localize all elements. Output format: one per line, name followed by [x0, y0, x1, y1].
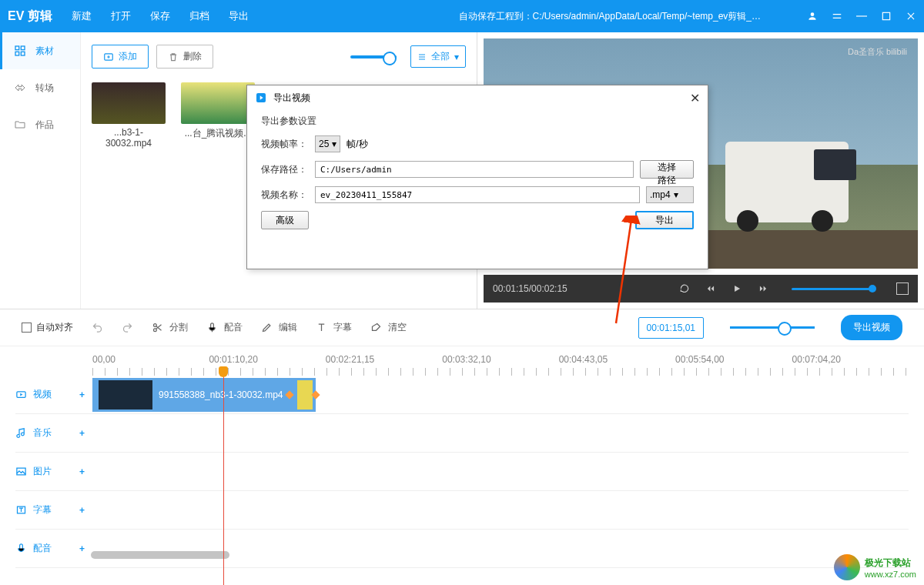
folder-icon [14, 119, 26, 131]
subtitle-track: 字幕+ [15, 491, 909, 530]
image-icon [15, 466, 27, 477]
clip-name: 991558388_nb3-1-30032.mp4 [159, 389, 283, 400]
playhead[interactable] [223, 368, 224, 585]
zoom-slider[interactable] [730, 326, 815, 329]
add-voice-track[interactable]: + [79, 543, 85, 554]
video-clip[interactable]: 991558388_nb3-1-30032.mp4 [92, 378, 316, 412]
edit-tool[interactable]: 编辑 [261, 321, 297, 334]
thumb-2-name: ...台_腾讯视频... [181, 127, 255, 140]
menu-export[interactable]: 导出 [229, 9, 249, 23]
svg-rect-6 [21, 52, 25, 55]
fps-unit: 帧/秒 [346, 138, 367, 151]
subtitle-tool[interactable]: 字幕 [316, 321, 352, 334]
media-thumb-1[interactable]: ...b3-1-30032.mp4 [92, 82, 166, 149]
fps-select[interactable]: 25▾ [315, 135, 340, 152]
auto-align-toggle[interactable]: 自动对齐 [22, 321, 73, 334]
user-icon[interactable] [807, 11, 818, 22]
preview-controls: 00:01:15/00:02:15 [484, 275, 918, 303]
subtitle-icon [15, 504, 27, 516]
redo-icon[interactable] [122, 322, 133, 333]
add-label: 添加 [119, 50, 137, 63]
pencil-icon [261, 322, 273, 333]
svg-rect-4 [21, 46, 25, 50]
time-ruler: 00,00 00:01:10,20 00:02:21,15 00:03:32,1… [15, 354, 909, 368]
settings-icon[interactable] [832, 11, 842, 22]
thumb-size-slider[interactable] [350, 55, 397, 58]
maximize-icon[interactable] [881, 11, 892, 22]
chevron-down-icon: ▾ [674, 189, 678, 200]
export-dialog: 导出视频 ✕ 导出参数设置 视频帧率： 25▾ 帧/秒 保存路径： 选择路径 视… [246, 85, 708, 269]
minimize-icon[interactable] [856, 11, 867, 22]
name-label: 视频名称： [261, 189, 309, 202]
menu-new[interactable]: 新建 [72, 9, 92, 23]
media-thumb-2[interactable]: ...台_腾讯视频... [181, 82, 255, 149]
current-timecode: 00:01:15,01 [638, 317, 704, 339]
chevron-down-icon: ▾ [454, 52, 459, 62]
loop-icon[interactable] [679, 283, 690, 294]
svg-rect-3 [15, 46, 19, 50]
side-tabs: 素材 转场 作品 [0, 32, 81, 309]
svg-rect-5 [15, 52, 19, 55]
svg-point-0 [811, 12, 815, 16]
filter-all-label: 全部 [431, 50, 450, 63]
align-label: 自动对齐 [36, 321, 73, 334]
timeline-toolbar: 自动对齐 分割 配音 编辑 字幕 清空 00:01:15,01 导出视频 [0, 309, 924, 346]
tab-works-label: 作品 [35, 119, 54, 132]
fps-label: 视频帧率： [261, 138, 309, 151]
prev-icon[interactable] [705, 283, 716, 294]
next-icon[interactable] [758, 283, 768, 294]
add-button[interactable]: 添加 [92, 45, 149, 69]
trash-icon [168, 52, 179, 62]
dub-tool[interactable]: 配音 [206, 321, 243, 334]
music-icon [15, 427, 27, 439]
clear-tool[interactable]: 清空 [370, 321, 407, 334]
choose-path-button[interactable]: 选择路径 [640, 160, 694, 179]
menu-save[interactable]: 保存 [150, 9, 170, 23]
video-track: 视频+ 991558388_nb3-1-30032.mp4 [15, 376, 909, 414]
text-icon [316, 322, 327, 333]
name-input[interactable] [315, 186, 640, 203]
delete-button[interactable]: 删除 [156, 45, 213, 69]
add-icon [103, 52, 114, 62]
filter-all[interactable]: 全部 ▾ [410, 45, 466, 68]
export-video-button[interactable]: 导出视频 [841, 315, 902, 340]
split-tool[interactable]: 分割 [152, 321, 188, 334]
timeline: 00,00 00:01:10,20 00:02:21,15 00:03:32,1… [0, 346, 924, 568]
play-icon[interactable] [732, 283, 742, 294]
path-input[interactable] [315, 161, 634, 178]
broom-icon [370, 322, 382, 333]
add-image-track[interactable]: + [79, 466, 85, 477]
mic-icon [206, 322, 218, 333]
thumb-1-name: ...b3-1-30032.mp4 [92, 127, 166, 149]
site-watermark: 极光下载站 www.xz7.com [834, 554, 916, 580]
preview-time: 00:01:15/00:02:15 [493, 283, 567, 294]
tab-transition[interactable]: 转场 [0, 69, 80, 106]
undo-icon[interactable] [92, 322, 103, 333]
app-title: EV 剪辑 [8, 8, 52, 25]
menu-archive[interactable]: 归档 [189, 9, 209, 23]
menu-open[interactable]: 打开 [111, 9, 131, 23]
audio-track: 音乐+ [15, 414, 909, 453]
dialog-title: 导出视频 [273, 92, 310, 105]
grid-icon [14, 45, 26, 57]
tab-media[interactable]: 素材 [0, 32, 80, 69]
advanced-button[interactable]: 高级 [261, 211, 309, 229]
watermark: Da圣音乐 bilibili [848, 46, 907, 58]
dialog-section: 导出参数设置 [261, 115, 694, 128]
add-subtitle-track[interactable]: + [79, 505, 85, 516]
export-button[interactable]: 导出 [635, 211, 694, 229]
close-icon[interactable] [906, 11, 916, 22]
dialog-close[interactable]: ✕ [690, 91, 700, 105]
timeline-scrollbar[interactable] [91, 551, 229, 559]
preview-progress[interactable] [792, 288, 873, 290]
add-video-track[interactable]: + [79, 389, 85, 400]
path-label: 保存路径： [261, 163, 309, 176]
ext-select[interactable]: .mp4▾ [646, 186, 694, 203]
fullscreen-icon[interactable] [896, 282, 909, 295]
svg-rect-1 [856, 15, 867, 16]
image-track: 图片+ [15, 453, 909, 491]
scissor-icon [152, 322, 163, 333]
titlebar: EV 剪辑 新建 打开 保存 归档 导出 自动保存工程到：C:/Users/ad… [0, 0, 924, 32]
tab-works[interactable]: 作品 [0, 106, 80, 143]
add-audio-track[interactable]: + [79, 428, 85, 439]
